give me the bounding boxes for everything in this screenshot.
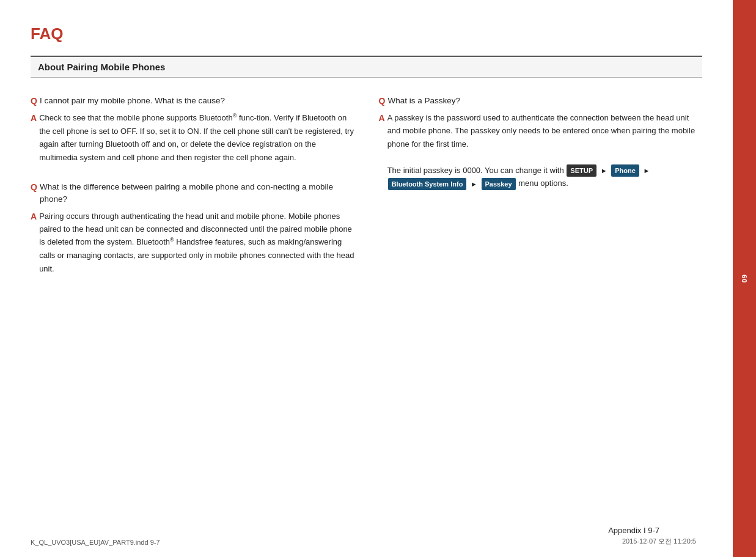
a-label-1: A <box>31 111 37 164</box>
q-label-r1: Q <box>379 95 386 108</box>
qa-block-2: Q What is the difference between pairing… <box>31 181 354 275</box>
footer: K_QL_UVO3[USA_EU]AV_PART9.indd 9-7 Appen… <box>31 539 696 546</box>
arrow-3: ► <box>471 180 477 188</box>
question-2-text: What is the difference between pairing a… <box>40 181 354 206</box>
section-header: About Pairing Mobile Phones <box>31 56 702 78</box>
answer-1-text: Check to see that the mobile phone suppo… <box>39 111 354 164</box>
right-sidebar: 09 <box>733 0 756 557</box>
page-title: FAQ <box>31 24 702 43</box>
content-columns: Q I cannot pair my mobile phone. What is… <box>31 95 702 292</box>
answer-2-text: Pairing occurs through authenticating th… <box>39 210 354 276</box>
page-number: Appendix I 9-7 <box>608 526 659 535</box>
q-label-2: Q <box>31 181 37 206</box>
footer-right-text: 2015-12-07 오전 11:20:5 <box>622 537 696 546</box>
answer-r1-text: A passkey is the password used to authen… <box>387 111 702 190</box>
question-r1: Q What is a Passkey? <box>379 95 703 108</box>
question-r1-text: What is a Passkey? <box>387 95 460 108</box>
answer-2: A Pairing occurs through authenticating … <box>31 210 354 276</box>
a-label-r1: A <box>379 111 385 190</box>
section-title: About Pairing Mobile Phones <box>38 62 165 72</box>
answer-r1-part2: The initial passkey is 0000. You can cha… <box>387 166 651 188</box>
qa-block-1: Q I cannot pair my mobile phone. What is… <box>31 95 354 164</box>
answer-r1: A A passkey is the password used to auth… <box>379 111 703 190</box>
passkey-button: Passkey <box>482 178 516 190</box>
footer-left-text: K_QL_UVO3[USA_EU]AV_PART9.indd 9-7 <box>31 539 160 546</box>
main-content: FAQ About Pairing Mobile Phones Q I cann… <box>0 0 733 557</box>
question-1-text: I cannot pair my mobile phone. What is t… <box>40 95 225 108</box>
arrow-2: ► <box>643 167 650 174</box>
sidebar-chapter-label: 09 <box>741 274 748 282</box>
a-label-2: A <box>31 210 37 276</box>
question-2: Q What is the difference between pairing… <box>31 181 354 206</box>
left-column: Q I cannot pair my mobile phone. What is… <box>31 95 354 292</box>
answer-1: A Check to see that the mobile phone sup… <box>31 111 354 164</box>
bluetooth-button: Bluetooth System Info <box>388 178 467 190</box>
right-column: Q What is a Passkey? A A passkey is the … <box>379 95 703 292</box>
arrow-1: ► <box>601 167 607 174</box>
answer-r1-part1: A passkey is the password used to authen… <box>387 113 695 149</box>
setup-button: SETUP <box>567 164 596 177</box>
question-1: Q I cannot pair my mobile phone. What is… <box>31 95 354 108</box>
phone-button: Phone <box>611 164 639 177</box>
q-label-1: Q <box>31 95 37 108</box>
qa-block-r1: Q What is a Passkey? A A passkey is the … <box>379 95 703 190</box>
